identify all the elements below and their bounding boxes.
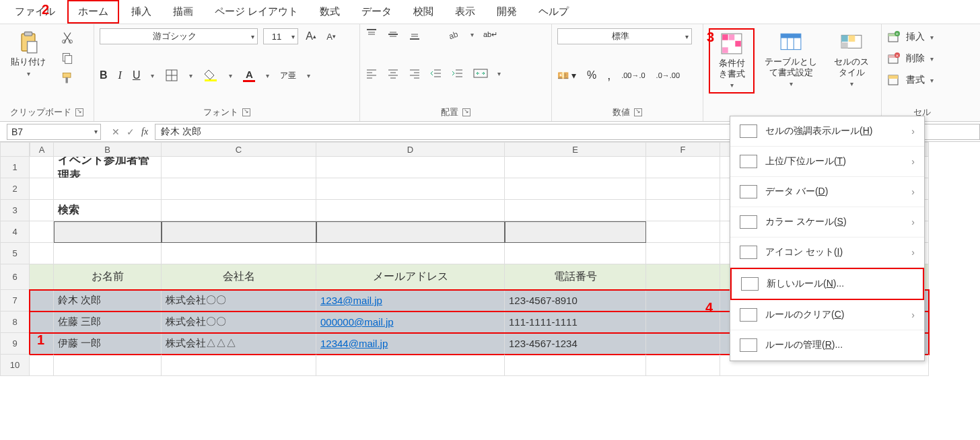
paste-button[interactable]: 貼り付け ▾: [5, 28, 51, 81]
cell-F3[interactable]: [646, 200, 720, 221]
cell-B3[interactable]: 検索: [54, 200, 162, 221]
menu-データ[interactable]: データ: [352, 1, 401, 22]
cell-A4[interactable]: [30, 221, 54, 243]
cell-A8[interactable]: [30, 311, 54, 333]
col-header-B[interactable]: B: [54, 142, 162, 157]
cell-C9[interactable]: 株式会社△△△: [162, 333, 316, 355]
cell-A6[interactable]: [30, 264, 54, 290]
cell-A10[interactable]: [30, 355, 54, 376]
row-header-8[interactable]: 8: [0, 311, 30, 333]
copy-icon[interactable]: [61, 51, 74, 65]
align-right-icon[interactable]: [409, 67, 421, 79]
cell-E9[interactable]: 123-4567-1234: [505, 333, 646, 355]
cell-E3[interactable]: [505, 200, 646, 221]
border-icon[interactable]: [165, 69, 178, 82]
format-painter-icon[interactable]: [61, 71, 74, 85]
cell-A1[interactable]: [30, 157, 54, 178]
select-all-corner[interactable]: [0, 142, 30, 157]
cell-C6[interactable]: 会社名: [162, 264, 316, 290]
phonetic-guide-button[interactable]: ア亜: [280, 70, 296, 81]
cell-B4[interactable]: [54, 221, 162, 243]
row-header-7[interactable]: 7: [0, 290, 30, 311]
percent-format-icon[interactable]: %: [587, 69, 596, 81]
cell-A7[interactable]: [30, 290, 54, 311]
italic-button[interactable]: I: [118, 69, 122, 81]
decrease-decimal-icon[interactable]: .0→.00: [656, 71, 680, 79]
menu-item-T[interactable]: 上位/下位ルール(T)›: [730, 147, 924, 177]
cell-F9[interactable]: [646, 333, 720, 355]
cell-D5[interactable]: [316, 243, 505, 264]
menu-item-C[interactable]: ルールのクリア(C)›: [730, 300, 924, 330]
cut-icon[interactable]: [61, 31, 74, 44]
clipboard-dialog-launcher[interactable]: [75, 108, 83, 116]
wrap-text-button[interactable]: ab↵: [483, 30, 497, 39]
cell-D10[interactable]: [316, 355, 505, 376]
accounting-format-icon[interactable]: 💴 ▾: [557, 70, 576, 81]
col-header-D[interactable]: D: [316, 142, 505, 157]
cell-A2[interactable]: [30, 178, 54, 200]
decrease-indent-icon[interactable]: [430, 67, 442, 79]
menu-ホーム[interactable]: ホーム: [67, 0, 119, 24]
font-size-select[interactable]: 11: [263, 28, 298, 44]
enter-formula-icon[interactable]: ✓: [127, 126, 135, 137]
cell-C7[interactable]: 株式会社〇〇: [162, 290, 316, 311]
cell-E2[interactable]: [505, 178, 646, 200]
number-format-select[interactable]: 標準: [557, 28, 692, 44]
menu-item-R[interactable]: ルールの管理(R)...: [730, 330, 924, 361]
menu-表示[interactable]: 表示: [446, 1, 485, 22]
cell-E5[interactable]: [505, 243, 646, 264]
cell-B10[interactable]: [54, 355, 162, 376]
cell-D8[interactable]: 000000@mail.jp: [316, 311, 505, 333]
menu-校閲[interactable]: 校閲: [404, 1, 443, 22]
cell-D6[interactable]: メールアドレス: [316, 264, 505, 290]
cell-C1[interactable]: [162, 157, 316, 178]
bold-button[interactable]: B: [100, 69, 108, 81]
align-top-icon[interactable]: [365, 28, 378, 40]
col-header-F[interactable]: F: [646, 142, 720, 157]
cell-C5[interactable]: [162, 243, 316, 264]
menu-描画[interactable]: 描画: [164, 1, 203, 22]
menu-ページ レイアウト[interactable]: ページ レイアウト: [205, 1, 308, 22]
menu-ヘルプ[interactable]: ヘルプ: [529, 1, 578, 22]
cell-B7[interactable]: 鈴木 次郎: [54, 290, 162, 311]
cell-D1[interactable]: [316, 157, 505, 178]
menu-item-S[interactable]: カラー スケール(S)›: [730, 207, 924, 237]
menu-ファイル[interactable]: ファイル: [5, 1, 65, 22]
row-header-4[interactable]: 4: [0, 221, 30, 243]
increase-font-icon[interactable]: A▴: [304, 29, 318, 44]
row-header-1[interactable]: 1: [0, 157, 30, 178]
cell-F4[interactable]: [646, 221, 720, 243]
number-dialog-launcher[interactable]: [634, 108, 642, 116]
underline-button[interactable]: U: [133, 69, 141, 81]
menu-開発[interactable]: 開発: [487, 1, 526, 22]
menu-item-I[interactable]: アイコン セット(I)›: [730, 237, 924, 268]
cell-C3[interactable]: [162, 200, 316, 221]
font-name-select[interactable]: 游ゴシック: [100, 28, 258, 44]
col-header-E[interactable]: E: [505, 142, 646, 157]
cell-D7[interactable]: 1234@mail.jp: [316, 290, 505, 311]
merge-cells-icon[interactable]: [473, 67, 488, 79]
col-header-C[interactable]: C: [162, 142, 316, 157]
cell-B5[interactable]: [54, 243, 162, 264]
menu-item-D[interactable]: データ バー(D)›: [730, 177, 924, 207]
delete-cells-button[interactable]: ×削除 ▾: [887, 52, 957, 65]
row-header-3[interactable]: 3: [0, 200, 30, 221]
align-center-icon[interactable]: [387, 67, 399, 79]
increase-indent-icon[interactable]: [452, 67, 464, 79]
cell-F2[interactable]: [646, 178, 720, 200]
menu-item-H[interactable]: セルの強調表示ルール(H)›: [730, 116, 924, 147]
cell-C10[interactable]: [162, 355, 316, 376]
cell-C2[interactable]: [162, 178, 316, 200]
name-box[interactable]: B7: [7, 124, 101, 140]
cell-D3[interactable]: [316, 200, 505, 221]
font-dialog-launcher[interactable]: [242, 108, 250, 116]
row-header-2[interactable]: 2: [0, 178, 30, 200]
row-header-10[interactable]: 10: [0, 355, 30, 376]
cell-E7[interactable]: 123-4567-8910: [505, 290, 646, 311]
menu-挿入[interactable]: 挿入: [122, 1, 161, 22]
cell-B2[interactable]: [54, 178, 162, 200]
cell-A5[interactable]: [30, 243, 54, 264]
decrease-font-icon[interactable]: A▾: [324, 29, 339, 44]
fx-icon[interactable]: fx: [141, 126, 148, 137]
row-header-5[interactable]: 5: [0, 243, 30, 264]
